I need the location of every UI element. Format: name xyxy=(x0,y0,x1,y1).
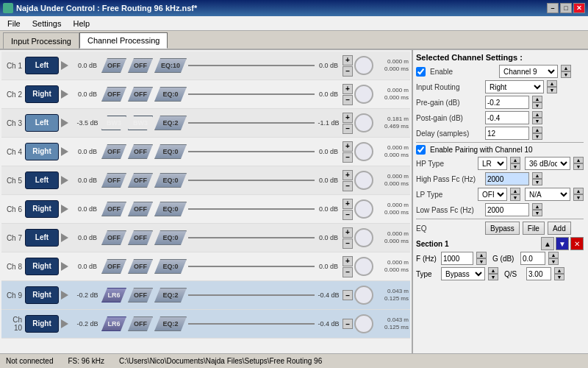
type-select[interactable]: Bypass Peak HP Shelf LP Shelf xyxy=(441,267,485,280)
channel-spin-up[interactable]: ▲ xyxy=(561,65,571,71)
ch1-plus[interactable]: + xyxy=(343,55,353,66)
postgain-spin-down[interactable]: ▼ xyxy=(532,118,542,124)
ch9-off2[interactable]: OFF xyxy=(128,288,153,302)
pregain-spin-up[interactable]: ▲ xyxy=(532,96,542,102)
ch2-eq[interactable]: EQ:0 xyxy=(154,87,187,102)
routing-spin-down[interactable]: ▼ xyxy=(547,87,557,93)
postgain-spin-up[interactable]: ▲ xyxy=(532,111,542,118)
maximize-button[interactable]: □ xyxy=(560,3,572,13)
hp-fc-spin-up[interactable]: ▲ xyxy=(532,172,542,179)
hp-rate-spin-down[interactable]: ▼ xyxy=(573,163,584,170)
ch3-off2[interactable]: BW3 xyxy=(128,116,153,130)
ch4-plus[interactable]: + xyxy=(343,141,353,152)
channel-spin-down[interactable]: ▼ xyxy=(561,71,571,78)
ch4-minus[interactable]: – xyxy=(343,152,353,163)
section-up-btn[interactable]: ▲ xyxy=(541,237,554,250)
ch7-eq[interactable]: EQ:0 xyxy=(154,230,187,245)
gdb-spin-up[interactable]: ▲ xyxy=(548,252,559,258)
ch8-off2[interactable]: OFF xyxy=(128,259,153,274)
ch8-minus[interactable]: – xyxy=(343,267,353,277)
ch5-routing-btn[interactable]: Left xyxy=(25,171,59,189)
ch6-minus[interactable]: – xyxy=(343,210,353,220)
ch10-off1[interactable]: LR6 xyxy=(101,316,126,331)
pregain-spin-down[interactable]: ▼ xyxy=(532,102,542,109)
ch9-off1[interactable]: LR6 xyxy=(101,288,126,302)
fhz-input[interactable] xyxy=(441,252,473,265)
ch7-routing-btn[interactable]: Left xyxy=(25,229,59,247)
ch8-routing-btn[interactable]: Right xyxy=(25,258,59,275)
ch6-plus[interactable]: + xyxy=(343,199,353,209)
hp-rate-select[interactable]: 36 dB/oct 24 dB/oct 12 dB/oct xyxy=(525,157,570,170)
ch1-routing-btn[interactable]: Left xyxy=(25,57,59,74)
ch4-off1[interactable]: OFF xyxy=(101,144,126,159)
ch6-off1[interactable]: OFF xyxy=(101,202,126,216)
hp-fc-input[interactable] xyxy=(485,172,529,185)
ch6-eq[interactable]: EQ:0 xyxy=(154,202,187,216)
delay-input[interactable] xyxy=(485,127,529,140)
menu-help[interactable]: Help xyxy=(68,18,94,29)
pregain-input[interactable] xyxy=(485,96,529,109)
ch7-minus[interactable]: – xyxy=(343,238,353,249)
ch10-off2[interactable]: OFF xyxy=(128,316,153,331)
eq-bypass-btn[interactable]: Bypass xyxy=(485,222,520,235)
delay-spin-up[interactable]: ▲ xyxy=(532,127,542,133)
ch3-plus[interactable]: + xyxy=(343,113,353,123)
ch5-eq[interactable]: EQ:0 xyxy=(154,173,187,188)
ch7-off1[interactable]: OFF xyxy=(101,230,126,245)
ch2-plus[interactable]: + xyxy=(343,84,353,94)
lp-type-select[interactable]: OFF LR BW xyxy=(478,188,507,201)
ch7-plus[interactable]: + xyxy=(343,227,353,238)
ch5-plus[interactable]: + xyxy=(343,170,353,180)
ch5-minus[interactable]: – xyxy=(343,181,353,191)
gdb-spin-down[interactable]: ▼ xyxy=(548,258,559,265)
lp-fc-spin-up[interactable]: ▲ xyxy=(532,203,542,210)
ch8-eq[interactable]: EQ:0 xyxy=(154,259,187,274)
ch9-eq[interactable]: EQ:2 xyxy=(154,288,187,302)
section-down-btn[interactable]: ▼ xyxy=(556,237,569,250)
tab-input-processing[interactable]: Input Processing xyxy=(3,32,79,49)
ch10-minus[interactable]: – xyxy=(343,319,353,329)
ch7-off2[interactable]: OFF xyxy=(128,230,153,245)
minimize-button[interactable]: – xyxy=(547,3,559,13)
qs-spin-down[interactable]: ▼ xyxy=(554,274,564,280)
section-del-btn[interactable]: ✕ xyxy=(570,237,584,250)
ch8-off1[interactable]: OFF xyxy=(101,259,126,274)
menu-file[interactable]: File xyxy=(3,18,25,29)
menu-settings[interactable]: Settings xyxy=(28,18,66,29)
ch6-routing-btn[interactable]: Right xyxy=(25,200,59,218)
input-routing-select[interactable]: Right Left Mono xyxy=(485,80,544,93)
ch1-eq[interactable]: EQ:10 xyxy=(154,58,187,73)
lp-type-spin-down[interactable]: ▼ xyxy=(510,194,520,201)
ch2-minus[interactable]: – xyxy=(343,95,353,105)
ch10-eq[interactable]: EQ:2 xyxy=(154,316,187,331)
lp-rate-select[interactable]: N/A 36 dB/oct xyxy=(525,188,570,201)
ch2-off2[interactable]: OFF xyxy=(128,87,153,102)
qs-spin-up[interactable]: ▲ xyxy=(554,267,564,274)
hp-type-select[interactable]: LR BW OFF xyxy=(478,157,507,170)
routing-spin-up[interactable]: ▲ xyxy=(547,80,557,87)
eq-add-btn[interactable]: Add xyxy=(548,222,571,235)
ch3-eq[interactable]: EQ:2 xyxy=(154,116,187,130)
pairing-checkbox[interactable] xyxy=(416,145,426,155)
gdb-input[interactable] xyxy=(520,252,545,265)
ch1-minus[interactable]: – xyxy=(343,66,353,77)
close-button[interactable]: ✕ xyxy=(573,3,585,13)
ch3-off1[interactable]: BW3 xyxy=(101,116,126,130)
ch4-routing-btn[interactable]: Right xyxy=(25,143,59,160)
ch9-minus[interactable]: – xyxy=(343,290,353,300)
qs-input[interactable] xyxy=(526,267,551,280)
hp-rate-spin-up[interactable]: ▲ xyxy=(573,157,584,163)
ch6-off2[interactable]: OFF xyxy=(128,202,153,216)
lp-fc-spin-down[interactable]: ▼ xyxy=(532,210,542,216)
ch8-plus[interactable]: + xyxy=(343,256,353,266)
ch9-routing-btn[interactable]: Right xyxy=(25,286,59,304)
lp-rate-spin-up[interactable]: ▲ xyxy=(573,188,584,194)
lp-rate-spin-down[interactable]: ▼ xyxy=(573,194,584,201)
hp-type-spin-up[interactable]: ▲ xyxy=(510,157,520,163)
lp-fc-input[interactable] xyxy=(485,203,529,216)
ch1-off2[interactable]: OFF xyxy=(128,58,153,73)
postgain-input[interactable] xyxy=(485,111,529,124)
channel-select[interactable]: Channel 9 Channel 1 Channel 10 xyxy=(499,65,558,78)
fhz-spin-up[interactable]: ▲ xyxy=(476,252,487,258)
ch2-routing-btn[interactable]: Right xyxy=(25,85,59,103)
